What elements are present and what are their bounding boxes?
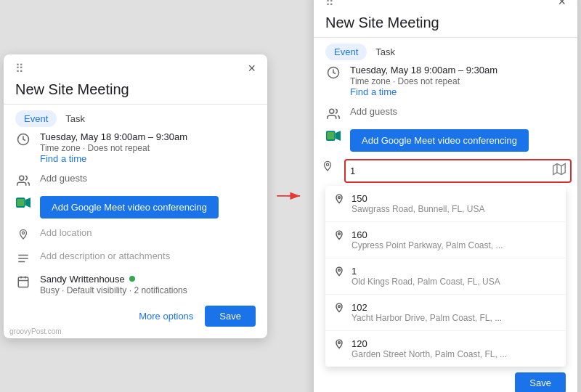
calendar-sub-left: Busy · Default visibility · 2 notificati…	[40, 285, 256, 295]
datetime-content-right: Tuesday, May 18 9:00am – 9:30am Time zon…	[350, 65, 566, 97]
dropdown-loc-icon-1	[334, 230, 344, 245]
watermark-left: groovyPost.com	[9, 327, 62, 335]
location-placeholder-left[interactable]: Add location	[40, 227, 92, 238]
description-icon-left	[15, 250, 31, 265]
dropdown-text-4: 120 Garden Street North, Palm Coast, FL,…	[352, 338, 507, 359]
guests-content-right: Add guests	[350, 106, 566, 117]
dropdown-item-2[interactable]: 1 Old Kings Road, Palm Coast, FL, USA	[325, 258, 566, 295]
tab-event-right[interactable]: Event	[325, 44, 367, 60]
left-panel-header: ⠿ ×	[4, 54, 267, 75]
busy-indicator-left	[129, 276, 135, 282]
dropdown-loc-icon-0	[334, 194, 344, 208]
location-input-right[interactable]	[350, 164, 550, 178]
guests-icon-left	[15, 173, 31, 187]
tab-event-left[interactable]: Event	[15, 110, 57, 127]
calendar-icon-left	[15, 274, 31, 288]
meet-button-left[interactable]: Add Google Meet video conferencing	[40, 196, 219, 219]
dropdown-sub-3: Yacht Harbor Drive, Palm Coast, FL, ...	[352, 313, 502, 323]
guests-row-right: Add guests	[314, 102, 577, 125]
location-row-right	[314, 156, 577, 186]
calendar-row-left: Sandy Writtenhouse Busy · Default visibi…	[4, 269, 267, 300]
right-panel-header: ⠿ ×	[314, 0, 577, 9]
dropdown-sub-0: Sawgrass Road, Bunnell, FL, USA	[352, 204, 484, 214]
guests-row-left: Add guests	[4, 168, 267, 192]
right-tabs: Event Task	[314, 38, 577, 60]
meet-button-right[interactable]: Add Google Meet video conferencing	[350, 129, 529, 152]
svg-rect-9	[18, 277, 28, 287]
drag-handle-right: ⠿	[325, 0, 336, 9]
guests-icon-right	[325, 106, 341, 121]
dropdown-main-0: 150	[352, 193, 484, 204]
description-content-left: Add description or attachments	[40, 250, 256, 261]
dropdown-main-4: 120	[352, 338, 507, 349]
date-time-text-left: Tuesday, May 18 9:00am – 9:30am	[40, 131, 256, 142]
datetime-content-left: Tuesday, May 18 9:00am – 9:30am Time zon…	[40, 131, 256, 164]
dropdown-item-3[interactable]: 102 Yacht Harbor Drive, Palm Coast, FL, …	[325, 295, 566, 331]
add-guests-text-left[interactable]: Add guests	[40, 173, 87, 184]
arrow-indicator	[276, 191, 305, 201]
find-time-link-left[interactable]: Find a time	[40, 153, 86, 164]
svg-point-27	[338, 305, 341, 307]
meet-content-right: Add Google Meet video conferencing	[350, 129, 566, 152]
description-row-left: Add description or attachments	[4, 246, 267, 269]
svg-point-26	[338, 269, 341, 271]
description-placeholder-left[interactable]: Add description or attachments	[40, 250, 170, 261]
dropdown-text-1: 160 Cypress Point Parkway, Palm Coast, .…	[352, 229, 503, 250]
dropdown-item-0[interactable]: 150 Sawgrass Road, Bunnell, FL, USA	[325, 186, 566, 222]
find-time-link-right[interactable]: Find a time	[350, 86, 397, 97]
drag-handle-left: ⠿	[15, 62, 25, 75]
svg-rect-19	[327, 132, 334, 139]
tab-task-left[interactable]: Task	[57, 110, 94, 127]
close-button-left[interactable]: ×	[248, 62, 256, 75]
svg-marker-3	[25, 197, 31, 208]
clock-icon-right	[325, 65, 341, 79]
svg-point-20	[326, 163, 328, 166]
location-dropdown: 150 Sawgrass Road, Bunnell, FL, USA 160 …	[325, 186, 566, 367]
add-guests-text-right[interactable]: Add guests	[350, 106, 397, 117]
svg-point-28	[338, 341, 341, 343]
right-panel-title: New Site Meeting	[314, 12, 577, 37]
dropdown-main-1: 160	[352, 229, 503, 240]
dropdown-item-1[interactable]: 160 Cypress Point Parkway, Palm Coast, .…	[325, 222, 566, 258]
dropdown-text-2: 1 Old Kings Road, Palm Coast, FL, USA	[352, 266, 500, 287]
left-tabs: Event Task	[4, 105, 267, 127]
date-time-text-right: Tuesday, May 18 9:00am – 9:30am	[350, 65, 566, 75]
calendar-name-left: Sandy Writtenhouse	[40, 274, 256, 285]
save-button-left[interactable]: Save	[205, 306, 256, 327]
tab-task-right[interactable]: Task	[367, 44, 404, 60]
dropdown-loc-icon-2	[334, 266, 344, 281]
dropdown-text-0: 150 Sawgrass Road, Bunnell, FL, USA	[352, 193, 484, 214]
calendar-content-left: Sandy Writtenhouse Busy · Default visibi…	[40, 274, 256, 295]
left-panel-footer: More options Save	[4, 300, 267, 327]
dropdown-main-3: 102	[352, 302, 502, 313]
location-input-container[interactable]	[344, 159, 572, 183]
left-panel: ⠿ × New Site Meeting Event Task Tuesday,…	[4, 54, 267, 338]
location-icon-left	[15, 227, 31, 242]
more-options-button[interactable]: More options	[133, 306, 199, 326]
guests-content-left: Add guests	[40, 173, 256, 184]
location-content-left[interactable]: Add location	[40, 227, 256, 238]
meet-content-left: Add Google Meet video conferencing	[40, 196, 256, 219]
svg-rect-4	[17, 199, 24, 206]
clock-icon-left	[15, 131, 31, 146]
datetime-row-right: Tuesday, May 18 9:00am – 9:30am Time zon…	[314, 60, 577, 102]
svg-point-25	[338, 232, 341, 234]
save-button-right[interactable]: Save	[515, 372, 566, 393]
meet-icon-left	[15, 196, 31, 208]
right-panel: ⠿ × New Site Meeting Event Task Tuesday,…	[314, 0, 577, 392]
dropdown-sub-2: Old Kings Road, Palm Coast, FL, USA	[352, 277, 500, 287]
map-icon-right[interactable]	[553, 163, 566, 179]
dropdown-main-2: 1	[352, 266, 500, 277]
dropdown-text-3: 102 Yacht Harbor Drive, Palm Coast, FL, …	[352, 302, 502, 323]
datetime-row-left: Tuesday, May 18 9:00am – 9:30am Time zon…	[4, 127, 267, 168]
svg-marker-21	[553, 163, 566, 174]
close-button-right[interactable]: ×	[558, 0, 566, 8]
location-icon-right	[320, 159, 336, 173]
dropdown-sub-1: Cypress Point Parkway, Palm Coast, ...	[352, 240, 503, 250]
meet-icon-right	[325, 129, 341, 141]
dropdown-loc-icon-4	[334, 339, 344, 354]
meet-row-left: Add Google Meet video conferencing	[4, 192, 267, 223]
dropdown-item-4[interactable]: 120 Garden Street North, Palm Coast, FL,…	[325, 331, 566, 367]
timezone-text-left: Time zone · Does not repeat	[40, 143, 256, 153]
dropdown-sub-4: Garden Street North, Palm Coast, FL, ...	[352, 349, 507, 359]
